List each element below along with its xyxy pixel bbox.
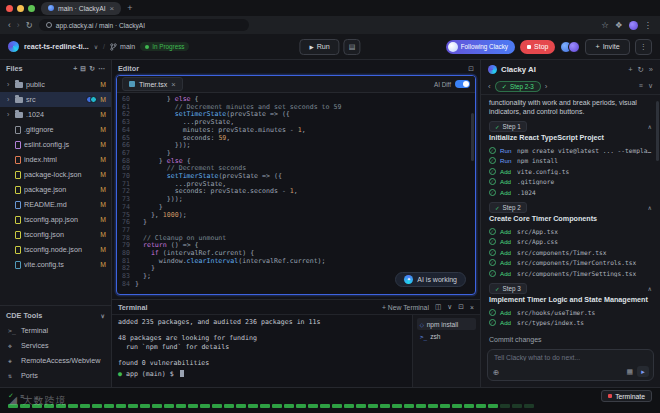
step-item[interactable]: ✓Addsrc/types/index.ts <box>489 317 652 328</box>
chevron-up-icon[interactable]: ∧ <box>648 123 652 130</box>
cde-tool-ports[interactable]: ⇅Ports <box>0 368 111 383</box>
editor-tab-timer[interactable]: Timer.tsx × <box>122 77 183 91</box>
expand-editor-icon[interactable]: ⊡ <box>468 65 474 73</box>
step-item[interactable]: ✓Addvite.config.ts <box>489 166 652 177</box>
file-row-README.md[interactable]: README.mdM <box>0 197 111 212</box>
minimize-window-button[interactable] <box>17 5 24 12</box>
step-header[interactable]: ✓Step 2∧ <box>489 202 652 213</box>
send-button[interactable]: ▸ <box>637 366 649 377</box>
assistant-scrollbar[interactable] <box>656 101 659 161</box>
step-item[interactable]: ✓Addsrc/App.css <box>489 236 652 247</box>
file-row-tsconfig.app.json[interactable]: tsconfig.app.jsonM <box>0 212 111 227</box>
chevron-down-icon[interactable]: ∨ <box>94 43 98 50</box>
maximize-window-button[interactable] <box>28 5 35 12</box>
back-icon[interactable]: ‹ <box>8 21 11 30</box>
maximize-terminal-icon[interactable]: ⊡ <box>458 303 464 311</box>
step-item[interactable]: ✓Addsrc/App.tsx <box>489 226 652 237</box>
step-item[interactable]: ✓Runnpm install <box>489 155 652 166</box>
refresh-icon[interactable]: ↻ <box>89 65 95 73</box>
split-terminal-icon[interactable]: ◫ <box>435 303 441 311</box>
collapse-all-icon[interactable]: ⊟ <box>80 65 86 73</box>
extensions-icon[interactable]: ❖ <box>615 21 623 30</box>
file-row-tsconfig.node.json[interactable]: tsconfig.node.jsonM <box>0 242 111 257</box>
browser-profile-avatar[interactable] <box>629 21 638 30</box>
browser-tab[interactable]: main · ClackyAI × <box>41 2 121 15</box>
user-avatar[interactable] <box>568 41 580 53</box>
file-row-.gitignore[interactable]: .gitignoreM <box>0 122 111 137</box>
forward-icon[interactable]: › <box>17 21 20 30</box>
refresh-icon[interactable]: ↻ <box>26 21 33 30</box>
more-icon[interactable]: ⋯ <box>98 65 105 73</box>
assistant-input[interactable] <box>494 354 647 361</box>
step-header[interactable]: ✓Step 3∧ <box>489 283 652 294</box>
collapse-panel-icon[interactable]: » <box>649 65 653 74</box>
list-icon[interactable]: ≡ <box>639 82 643 90</box>
cde-tools-header[interactable]: CDE Tools ∨ <box>0 308 111 323</box>
file-row-tsconfig.json[interactable]: tsconfig.jsonM <box>0 227 111 242</box>
new-tab-button[interactable]: + <box>127 3 132 13</box>
following-clacky-pill[interactable]: Following Clacky <box>446 40 515 54</box>
new-thread-icon[interactable]: + <box>628 65 632 74</box>
url-field[interactable]: app.clacky.ai / main · ClackyAI <box>39 19 249 31</box>
step-item[interactable]: ✓Addsrc/components/Timer.tsx <box>489 247 652 258</box>
run-config-button[interactable]: ▤ <box>344 39 361 55</box>
terminal-panel: Terminal + New Terminal ◫ ∨ ⊡ × added 23… <box>112 299 480 387</box>
chevron-down-icon[interactable]: ∨ <box>648 82 653 90</box>
ai-diff-toggle[interactable] <box>455 80 470 88</box>
close-window-button[interactable] <box>6 5 13 12</box>
new-terminal-button[interactable]: + New Terminal <box>382 304 429 311</box>
step-item[interactable]: ✓Addsrc/components/TimerControls.tsx <box>489 257 652 268</box>
run-button[interactable]: ▶Run <box>299 39 339 55</box>
file-row-package.json[interactable]: package.jsonM <box>0 182 111 197</box>
terminal-session-1[interactable]: ◌npm install <box>417 318 476 330</box>
next-step-icon[interactable]: › <box>545 82 548 91</box>
prompt-dot-icon: ● <box>118 370 122 378</box>
step-header[interactable]: ✓Step 1∧ <box>489 121 652 132</box>
tab-close-icon[interactable]: × <box>110 4 115 13</box>
commit-changes-button[interactable]: Commit changes <box>489 336 542 343</box>
file-row-.1024[interactable]: ›.1024M <box>0 107 111 122</box>
terminal-session-2[interactable]: >_zsh <box>417 330 476 342</box>
branch-selector[interactable]: main <box>110 43 135 51</box>
terminal-output-wrap[interactable]: added 235 packages, and audited 236 pack… <box>112 315 412 387</box>
editor-scrollbar[interactable] <box>471 113 474 161</box>
stop-button[interactable]: Stop <box>520 40 555 54</box>
terminal-prompt[interactable]: ● app (main) $ <box>112 370 412 378</box>
invite-button[interactable]: +Invite <box>585 39 629 55</box>
close-terminal-icon[interactable]: × <box>470 304 474 311</box>
file-row-package-lock.json[interactable]: package-lock.jsonM <box>0 167 111 182</box>
prompt-text: app (main) $ <box>126 370 174 378</box>
file-row-public[interactable]: ›publicM <box>0 77 111 92</box>
grid-icon[interactable]: ▦ <box>626 368 633 376</box>
step-item[interactable]: ✓Addsrc/components/TimerSettings.tsx <box>489 268 652 279</box>
step-range-badge[interactable]: ✓ Step 2-3 <box>495 81 541 92</box>
chevron-up-icon[interactable]: ∧ <box>648 285 652 292</box>
code-content[interactable]: } else { // Decrement minutes and set se… <box>135 96 475 294</box>
file-row-src[interactable]: ›srcM <box>0 92 111 107</box>
terminate-button[interactable]: Terminate <box>601 390 652 402</box>
step-item[interactable]: ✓Runnpm create vite@latest ... --templat… <box>489 145 652 156</box>
site-info-icon[interactable] <box>46 22 52 28</box>
history-icon[interactable]: ↻ <box>638 65 644 74</box>
step-item[interactable]: ✓Add.1024 <box>489 187 652 198</box>
chevron-up-icon[interactable]: ∧ <box>648 204 652 211</box>
git-modified-badge: M <box>100 216 106 223</box>
bookmark-star-icon[interactable]: ☆ <box>601 21 609 30</box>
cde-tool-remoteaccess-webview[interactable]: ◈RemoteAccess/Webview <box>0 353 111 368</box>
attach-icon[interactable]: ⊕ <box>493 368 499 377</box>
cde-tool-terminal[interactable]: >_Terminal <box>0 323 111 338</box>
terminal-chevron-icon[interactable]: ∨ <box>447 303 452 311</box>
new-file-icon[interactable]: + <box>73 65 77 73</box>
close-tab-icon[interactable]: × <box>171 80 175 89</box>
project-name[interactable]: react-ts-redline-ti... <box>24 42 89 51</box>
browser-menu-icon[interactable]: ⋮ <box>644 21 653 30</box>
file-row-vite.config.ts[interactable]: vite.config.tsM <box>0 257 111 272</box>
file-row-index.html[interactable]: index.htmlM <box>0 152 111 167</box>
file-row-eslint.config.js[interactable]: eslint.config.jsM <box>0 137 111 152</box>
step-item[interactable]: ✓Add.gitignore <box>489 176 652 187</box>
more-menu-button[interactable]: ⋮ <box>635 39 652 55</box>
cde-tool-services[interactable]: ❖Services <box>0 338 111 353</box>
prev-step-icon[interactable]: ‹ <box>488 82 491 91</box>
clacky-logo-icon[interactable] <box>8 41 19 52</box>
step-item[interactable]: ✓Addsrc/hooks/useTimer.ts <box>489 307 652 318</box>
